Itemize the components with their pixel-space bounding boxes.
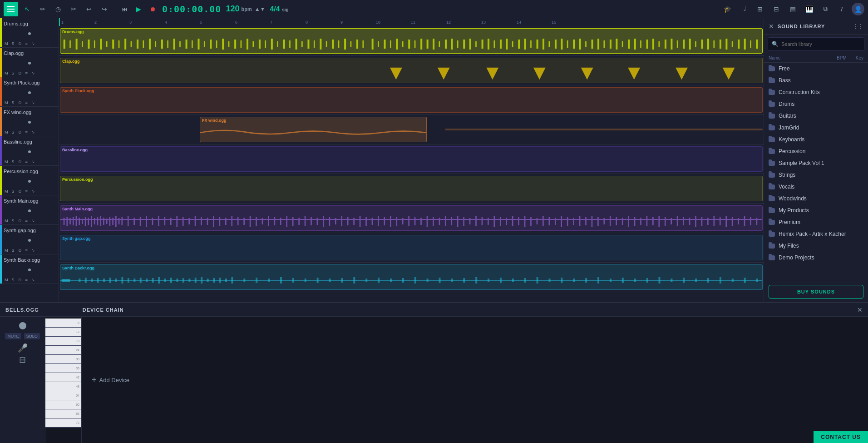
track-mute-btn[interactable]: M	[4, 129, 9, 135]
library-item-jamgrid[interactable]: JamGrid	[764, 122, 868, 134]
draw-tool[interactable]: ✏	[36, 3, 49, 15]
track-lane-bassline[interactable]: Bassline.ogg	[59, 144, 764, 174]
piano-key-b3[interactable]: 54	[45, 391, 81, 400]
track-lane-drums[interactable]: Drums.ogg	[59, 26, 764, 56]
piano-key-b4[interactable]: 12	[45, 328, 81, 337]
track-fold-btn[interactable]: ≡	[25, 41, 29, 46]
track-mute-btn[interactable]: M	[4, 189, 9, 194]
track-item[interactable]: Clap.ogg M S ⊙ ≡ ∿	[0, 48, 59, 77]
equalizer-icon[interactable]: ⊟	[19, 355, 26, 365]
library-item-vocals[interactable]: Vocals	[764, 181, 868, 193]
track-item[interactable]: Synth Pluck.ogg M S ⊙ ≡ ∿	[0, 77, 59, 107]
track-arm-btn[interactable]: ⊙	[17, 70, 23, 76]
track-lane-synth-pluck[interactable]: Synth Pluck.ogg	[59, 85, 764, 115]
track-wave-btn[interactable]: ∿	[30, 277, 36, 283]
library-item-demo-projects[interactable]: Demo Projects	[764, 252, 868, 264]
piano-key-e4[interactable]: 36	[45, 364, 81, 373]
track-mute-btn[interactable]: M	[4, 100, 9, 105]
track-fold-btn[interactable]: ≡	[25, 277, 29, 283]
track-lane-synth-backr[interactable]: Synth Backr.ogg	[59, 263, 764, 292]
track-item[interactable]: Synth gap.ogg M S ⊙ ≡ ∿	[0, 225, 59, 254]
track-fold-btn[interactable]: ≡	[25, 248, 29, 253]
track-fold-btn[interactable]: ≡	[25, 189, 29, 194]
track-item[interactable]: Bassline.ogg M S ⊙ ≡ ∿	[0, 136, 59, 166]
track-wave-btn[interactable]: ∿	[30, 218, 36, 224]
library-item-my-files[interactable]: My Files	[764, 240, 868, 252]
track-mute-btn[interactable]: M	[4, 218, 9, 224]
piano-key-a3[interactable]: 60	[45, 400, 81, 409]
buy-sounds-btn[interactable]: BUY SOUNDS	[769, 285, 863, 299]
mixer-icon[interactable]: ▤	[786, 3, 799, 15]
track-wave-btn[interactable]: ∿	[30, 189, 36, 194]
track-arm-btn[interactable]: ⊙	[17, 248, 23, 253]
track-mute-btn[interactable]: M	[4, 159, 9, 164]
library-settings-icon[interactable]: ⋮⋮	[853, 23, 863, 30]
track-solo-btn[interactable]: S	[11, 277, 15, 283]
library-item-strings[interactable]: Strings	[764, 169, 868, 181]
bpm-value[interactable]: 120	[226, 4, 239, 14]
track-fold-btn[interactable]: ≡	[25, 129, 29, 135]
track-wave-btn[interactable]: ∿	[30, 70, 36, 76]
arrange-icon[interactable]: ⊟	[770, 3, 783, 15]
track-arm-btn[interactable]: ⊙	[17, 41, 23, 46]
track-solo-btn[interactable]: S	[11, 218, 15, 224]
select-tool[interactable]: ↖	[21, 3, 34, 15]
track-item[interactable]: Synth Backr.ogg M S ⊙ ≡ ∿	[0, 254, 59, 284]
track-fold-btn[interactable]: ≡	[25, 70, 29, 76]
track-fold-btn[interactable]: ≡	[25, 159, 29, 164]
library-item-drums[interactable]: Drums	[764, 98, 868, 110]
menu-button[interactable]	[4, 2, 18, 16]
library-item-bass[interactable]: Bass	[764, 75, 868, 86]
piano-key-g3[interactable]: 66	[45, 409, 81, 418]
piano-key-a4[interactable]: 18	[45, 337, 81, 346]
metronome-icon[interactable]: 𝅗𝅥	[737, 3, 750, 15]
solo-btn[interactable]: SOLO	[24, 333, 40, 339]
play-btn[interactable]: ▶	[134, 4, 143, 15]
library-item-free[interactable]: Free	[764, 63, 868, 75]
library-item-guitars[interactable]: Guitars	[764, 110, 868, 122]
library-item-sample-pack[interactable]: Sample Pack Vol 1	[764, 157, 868, 169]
track-solo-btn[interactable]: S	[11, 248, 15, 253]
track-mute-btn[interactable]: M	[4, 277, 9, 283]
track-wave-btn[interactable]: ∿	[30, 100, 36, 105]
track-wave-btn[interactable]: ∿	[30, 159, 36, 164]
bottom-close-btn[interactable]: ✕	[857, 306, 863, 314]
user-avatar[interactable]: 👤	[852, 3, 864, 15]
track-wave-btn[interactable]: ∿	[30, 248, 36, 253]
track-lane-synth-main[interactable]: Synth Main.ogg	[59, 204, 764, 233]
piano-key-f4[interactable]: 30	[45, 355, 81, 364]
search-input[interactable]	[781, 41, 860, 47]
piano-key-f3[interactable]: 72	[45, 418, 81, 428]
track-solo-btn[interactable]: S	[11, 70, 15, 76]
track-arm-btn[interactable]: ⊙	[17, 189, 23, 194]
mute-btn[interactable]: MUTE	[5, 333, 21, 339]
track-item[interactable]: Percussion.ogg M S ⊙ ≡ ∿	[0, 166, 59, 195]
library-item-woodwinds[interactable]: Woodwinds	[764, 193, 868, 204]
piano-key-c4[interactable]: 48	[45, 382, 81, 391]
learn-icon[interactable]: 🎓	[721, 3, 734, 15]
track-arm-btn[interactable]: ⊙	[17, 218, 23, 224]
settings-icon[interactable]: 7	[835, 3, 848, 15]
track-fold-btn[interactable]: ≡	[25, 218, 29, 224]
track-solo-btn[interactable]: S	[11, 129, 15, 135]
plugin-icon[interactable]: ⧉	[819, 3, 832, 15]
track-solo-btn[interactable]: S	[11, 100, 15, 105]
track-solo-btn[interactable]: S	[11, 189, 15, 194]
track-arm-btn[interactable]: ⊙	[17, 159, 23, 164]
microphone-icon[interactable]: 🎤	[18, 343, 28, 353]
track-lane-percussion[interactable]: Percussion.ogg	[59, 174, 764, 204]
track-wave-btn[interactable]: ∿	[30, 129, 36, 135]
time-sig[interactable]: 4/4 sig	[270, 5, 288, 13]
grid-icon[interactable]: ⊞	[754, 3, 766, 15]
undo-btn[interactable]: ↩	[83, 3, 95, 15]
cut-tool[interactable]: ✂	[67, 3, 80, 15]
record-btn[interactable]: ⏺	[148, 4, 158, 15]
library-item-construction[interactable]: Construction Kits	[764, 86, 868, 98]
volume-knob[interactable]	[19, 322, 26, 329]
track-mute-btn[interactable]: M	[4, 70, 9, 76]
library-item-percussion[interactable]: Percussion	[764, 145, 868, 157]
contact-us-btn[interactable]: CONTACT US	[814, 431, 868, 443]
piano-key-g4[interactable]: 24	[45, 346, 81, 355]
track-arm-btn[interactable]: ⊙	[17, 129, 23, 135]
library-item-premium[interactable]: Premium	[764, 216, 868, 228]
